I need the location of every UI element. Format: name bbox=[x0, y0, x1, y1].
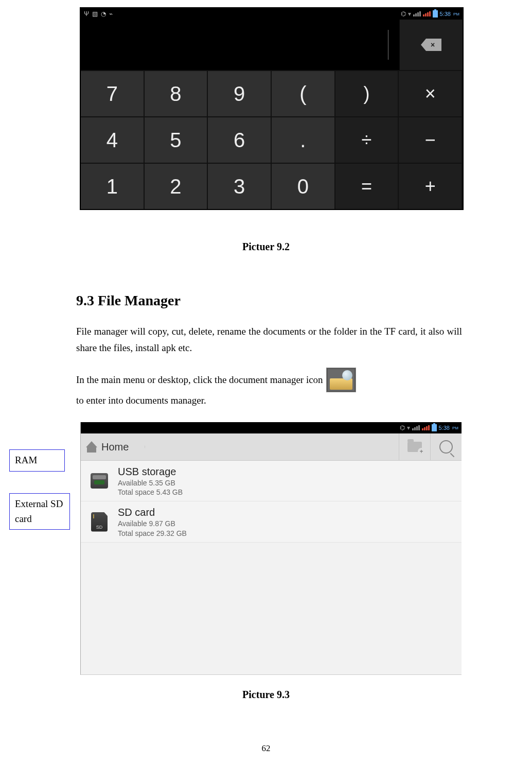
file-manager-screenshot: ⌬ ▾ 5:38PM Home USB storage bbox=[80, 422, 462, 675]
search-button[interactable] bbox=[430, 433, 462, 460]
calculator-display[interactable]: × bbox=[81, 20, 463, 70]
key-4[interactable]: 4 bbox=[81, 116, 145, 163]
status-time: 5:38 bbox=[440, 11, 451, 17]
body-p2-pre: In the main menu or desktop, click the d… bbox=[76, 372, 323, 388]
key-9[interactable]: 9 bbox=[208, 70, 272, 116]
usb-available: Available 5.35 GB bbox=[118, 478, 183, 488]
status-time: 5:38 bbox=[439, 425, 450, 431]
sd-title: SD card bbox=[118, 506, 187, 519]
home-icon bbox=[86, 441, 97, 453]
folder-plus-icon bbox=[407, 442, 422, 452]
usb-total: Total space 5.43 GB bbox=[118, 488, 183, 497]
key-8[interactable]: 8 bbox=[145, 70, 208, 116]
bluetooth-icon: ⌬ bbox=[400, 424, 405, 431]
breadcrumb-home[interactable]: Home bbox=[81, 433, 138, 460]
key-0[interactable]: 0 bbox=[272, 163, 335, 209]
body-paragraph-2: In the main menu or desktop, click the d… bbox=[76, 368, 462, 409]
signal-2-icon bbox=[423, 11, 431, 16]
key-6[interactable]: 6 bbox=[208, 116, 272, 163]
key-5[interactable]: 5 bbox=[145, 116, 208, 163]
search-icon bbox=[439, 440, 453, 454]
section-heading-9-3: 9.3 File Manager bbox=[76, 292, 181, 309]
file-manager-app-icon bbox=[326, 368, 356, 392]
signal-2-icon bbox=[422, 425, 430, 430]
calc-status-bar: Ψ ▧ ◔ ⌁ ⌬ ▾ 5:38PM bbox=[81, 8, 463, 20]
backspace-button[interactable]: × bbox=[399, 20, 463, 70]
caption-9-3: Picture 9.3 bbox=[0, 689, 532, 701]
wifi-icon: ▾ bbox=[408, 10, 411, 18]
calculator-screenshot: Ψ ▧ ◔ ⌁ ⌬ ▾ 5:38PM × 7 8 9 ( bbox=[80, 7, 464, 210]
bluetooth-icon: ⌬ bbox=[401, 10, 406, 18]
key-plus[interactable]: + bbox=[399, 163, 463, 209]
psi-icon: Ψ bbox=[84, 10, 89, 18]
backspace-icon: × bbox=[421, 39, 441, 51]
battery-icon bbox=[433, 10, 438, 18]
fm-status-bar: ⌬ ▾ 5:38PM bbox=[81, 422, 462, 433]
signal-1-icon bbox=[412, 425, 420, 430]
usb-title: USB storage bbox=[118, 465, 183, 478]
breadcrumb-label: Home bbox=[101, 441, 129, 453]
key-1[interactable]: 1 bbox=[81, 163, 145, 209]
battery-icon bbox=[432, 424, 437, 431]
list-item-usb-storage[interactable]: USB storage Available 5.35 GB Total spac… bbox=[81, 461, 462, 501]
page-number: 62 bbox=[0, 743, 532, 754]
list-item-sd-card[interactable]: SD card Available 9.87 GB Total space 29… bbox=[81, 501, 462, 542]
sd-card-icon bbox=[88, 511, 111, 533]
debug-icon: ⌁ bbox=[109, 10, 113, 18]
wifi-icon: ▾ bbox=[407, 424, 410, 431]
key-multiply[interactable]: × bbox=[399, 70, 463, 116]
key-equals[interactable]: = bbox=[335, 163, 399, 209]
callout-ram: RAM bbox=[9, 449, 65, 472]
key-dot[interactable]: . bbox=[272, 116, 335, 163]
key-divide[interactable]: ÷ bbox=[335, 116, 399, 163]
key-2[interactable]: 2 bbox=[145, 163, 208, 209]
status-ampm: PM bbox=[452, 426, 458, 430]
callout-external-sd: External SD card bbox=[9, 493, 70, 530]
body-p2-post: to enter into documents manager. bbox=[76, 392, 206, 409]
body-paragraph-1: File manager will copy, cut, delete, ren… bbox=[76, 323, 462, 357]
calculator-keypad: 7 8 9 ( ) × 4 5 6 . ÷ − 1 2 3 0 = + bbox=[81, 70, 463, 209]
status-ampm: PM bbox=[453, 12, 459, 16]
key-3[interactable]: 3 bbox=[208, 163, 272, 209]
square-icon: ▧ bbox=[92, 10, 98, 18]
key-minus[interactable]: − bbox=[399, 116, 463, 163]
key-rparen[interactable]: ) bbox=[335, 70, 399, 116]
sd-available: Available 9.87 GB bbox=[118, 519, 187, 528]
storage-list: USB storage Available 5.35 GB Total spac… bbox=[81, 461, 462, 543]
key-lparen[interactable]: ( bbox=[272, 70, 335, 116]
key-7[interactable]: 7 bbox=[81, 70, 145, 116]
usb-icon bbox=[88, 470, 111, 492]
fm-toolbar: Home bbox=[81, 433, 462, 461]
new-folder-button[interactable] bbox=[399, 433, 430, 460]
sd-total: Total space 29.32 GB bbox=[118, 529, 187, 538]
caption-9-2: Pictuer 9.2 bbox=[0, 241, 532, 253]
text-cursor bbox=[388, 30, 388, 60]
sync-icon: ◔ bbox=[101, 10, 106, 18]
signal-1-icon bbox=[413, 11, 421, 16]
